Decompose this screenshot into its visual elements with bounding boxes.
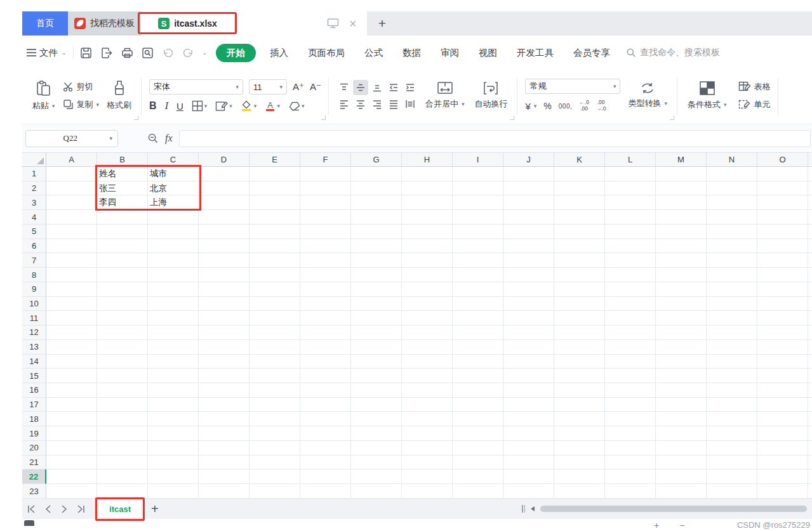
cell-F12[interactable] (300, 325, 351, 340)
menu-item-9[interactable]: 会员专享 (568, 44, 616, 62)
cell-H23[interactable] (402, 484, 453, 498)
row-header-21[interactable]: 21 (22, 456, 46, 470)
justify-button[interactable] (386, 96, 401, 112)
tab-docer-templates[interactable]: 找稻壳模板 (68, 11, 141, 36)
cell-E10[interactable] (250, 297, 300, 311)
cell-C16[interactable] (148, 383, 199, 398)
cell-O7[interactable] (757, 253, 808, 268)
cell-M17[interactable] (656, 398, 707, 412)
cell-D12[interactable] (199, 325, 250, 340)
cell-E12[interactable] (250, 325, 300, 340)
bold-button[interactable]: B (149, 100, 157, 112)
cell-I12[interactable] (453, 325, 503, 340)
cell-G21[interactable] (351, 456, 402, 470)
cell-A18[interactable] (46, 412, 97, 426)
cell-H8[interactable] (402, 268, 453, 282)
cell-D11[interactable] (199, 311, 250, 325)
cell-N14[interactable] (707, 355, 757, 369)
cell-K16[interactable] (554, 383, 605, 398)
cell-I15[interactable] (453, 369, 503, 383)
cell-I5[interactable] (453, 225, 503, 239)
cell-E17[interactable] (250, 398, 300, 412)
cell-F17[interactable] (300, 398, 351, 412)
cell-I3[interactable] (453, 195, 503, 210)
cell-K21[interactable] (554, 456, 605, 470)
wrap-text-button[interactable]: 自动换行 (472, 81, 510, 110)
cell-J20[interactable] (503, 441, 554, 456)
cell-K23[interactable] (554, 484, 605, 498)
cell-E21[interactable] (250, 456, 300, 470)
cell-A10[interactable] (46, 297, 97, 311)
cell-K7[interactable] (554, 253, 605, 268)
cell-C19[interactable] (148, 426, 199, 441)
cell-B8[interactable] (97, 268, 148, 282)
cell-N19[interactable] (707, 426, 757, 441)
column-header-K[interactable]: K (554, 153, 605, 166)
new-tab-icon[interactable]: + (378, 16, 386, 31)
cell-M15[interactable] (656, 369, 707, 383)
cell-C10[interactable] (148, 297, 199, 311)
fill-color-button[interactable]: ▾ (241, 100, 257, 112)
cell-G7[interactable] (351, 253, 402, 268)
cell-N2[interactable] (707, 181, 757, 196)
cell-H9[interactable] (402, 282, 453, 297)
cell-G10[interactable] (351, 297, 402, 311)
row-header-14[interactable]: 14 (22, 355, 46, 369)
cell-L1[interactable] (605, 167, 656, 181)
cell-I20[interactable] (453, 441, 503, 456)
cell-M11[interactable] (656, 311, 707, 325)
cell-M20[interactable] (656, 441, 707, 456)
percent-button[interactable]: % (543, 101, 551, 111)
cell-L19[interactable] (605, 426, 656, 441)
cell-A3[interactable] (46, 195, 97, 210)
cell-B18[interactable] (97, 412, 148, 426)
row-header-23[interactable]: 23 (22, 484, 46, 498)
cell-F1[interactable] (300, 167, 351, 181)
distributed-align-button[interactable] (403, 96, 418, 112)
cell-D16[interactable] (199, 383, 250, 398)
column-header-L[interactable]: L (605, 153, 656, 166)
cell-O14[interactable] (757, 355, 808, 369)
cell-A16[interactable] (46, 383, 97, 398)
cell-M2[interactable] (656, 181, 707, 196)
cell-L11[interactable] (605, 311, 656, 325)
cell-H22[interactable] (402, 469, 453, 484)
cell-A7[interactable] (46, 253, 97, 268)
cell-O21[interactable] (757, 456, 808, 470)
increase-font-button[interactable]: A⁺ (293, 81, 304, 93)
cell-L16[interactable] (605, 383, 656, 398)
cell-E18[interactable] (250, 412, 300, 426)
cell-I1[interactable] (453, 167, 503, 181)
cell-D14[interactable] (199, 355, 250, 369)
cell-F9[interactable] (300, 282, 351, 297)
cell-F3[interactable] (300, 195, 351, 210)
cell-N13[interactable] (707, 340, 757, 355)
command-search[interactable]: 查找命令、搜索模板 (626, 47, 720, 58)
cell-F21[interactable] (300, 456, 351, 470)
currency-button[interactable]: ¥▾ (525, 101, 536, 112)
cell-N15[interactable] (707, 369, 757, 383)
cell-N8[interactable] (707, 268, 757, 282)
cell-J9[interactable] (503, 282, 554, 297)
cell-D10[interactable] (199, 297, 250, 311)
cell-G6[interactable] (351, 239, 402, 254)
cell-C3[interactable]: 上海 (148, 195, 199, 210)
cell-K13[interactable] (554, 340, 605, 355)
cell-J8[interactable] (503, 268, 554, 282)
cell-L17[interactable] (605, 398, 656, 412)
row-header-7[interactable]: 7 (22, 253, 46, 268)
cell-N3[interactable] (707, 195, 757, 210)
cell-L15[interactable] (605, 369, 656, 383)
cell-M1[interactable] (656, 167, 707, 181)
cell-O23[interactable] (757, 484, 808, 498)
cell-E2[interactable] (250, 181, 300, 196)
cell-H19[interactable] (402, 426, 453, 441)
increase-decimal-button[interactable]: ←.0 .00 (579, 100, 589, 112)
cell-B1[interactable]: 姓名 (97, 167, 148, 181)
cell-D18[interactable] (199, 412, 250, 426)
cell-H13[interactable] (402, 340, 453, 355)
quickbar-caret-icon[interactable]: ⌄ (203, 49, 208, 56)
cell-N12[interactable] (707, 325, 757, 340)
cell-M14[interactable] (656, 355, 707, 369)
column-header-O[interactable]: O (757, 153, 808, 166)
